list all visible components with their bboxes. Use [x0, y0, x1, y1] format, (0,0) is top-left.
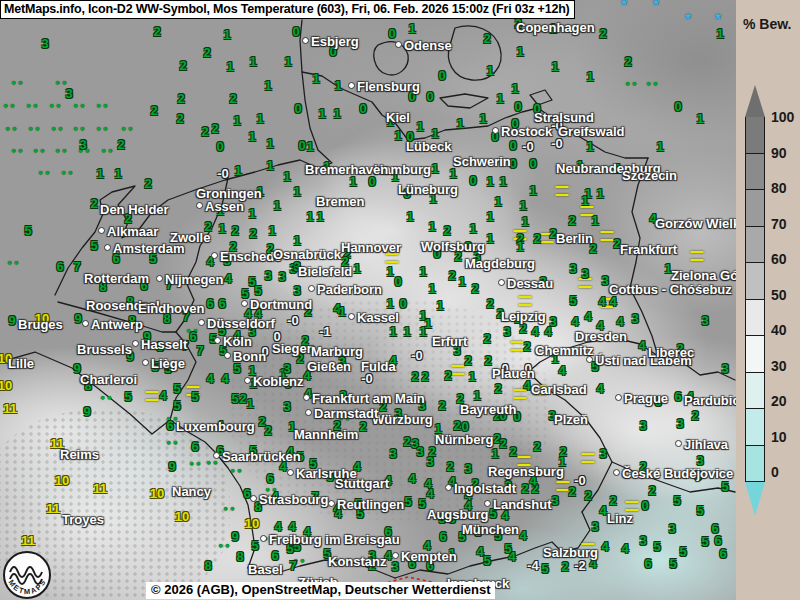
temp-value: 1 — [318, 106, 325, 121]
temp-value: 1 — [386, 296, 393, 311]
temp-value: 4 — [408, 471, 415, 486]
city-label: Plzeň — [554, 412, 588, 427]
legend-tick-label: 80 — [771, 180, 787, 196]
city-marker-icon — [613, 469, 620, 476]
city-marker-icon — [303, 394, 310, 401]
city-label: Schwerin — [453, 154, 511, 169]
temp-value: 5 — [254, 283, 261, 298]
temp-value: 2 — [584, 488, 591, 503]
city-label: Greifswald — [558, 124, 624, 139]
city-label: Gorzów Wielkopolski — [655, 216, 737, 231]
legend-tick-label: 100 — [771, 109, 794, 125]
temp-value: 2 — [443, 223, 450, 238]
temp-value: 10 — [0, 378, 12, 393]
temp-value: 0 — [509, 138, 516, 153]
city-label: Eindhoven — [138, 301, 204, 316]
temp-value: 7 — [289, 558, 296, 573]
temp-value: 3 — [416, 444, 423, 459]
city-marker-icon — [302, 37, 309, 44]
legend-segment — [745, 154, 765, 191]
city-marker-icon — [287, 469, 294, 476]
temp-value: 1 — [394, 128, 401, 143]
city-marker-icon — [492, 127, 499, 134]
drizzle-icon: ●● — [96, 124, 110, 133]
temp-value: 9 — [74, 311, 81, 326]
temp-value: 5 — [679, 544, 686, 559]
temp-value: 3 — [551, 493, 558, 508]
temp-value: 0 — [529, 156, 536, 171]
city-marker-icon — [224, 352, 231, 359]
temp-value: 1 — [486, 209, 493, 224]
snow-icon: * — [685, 10, 692, 30]
city-marker-icon — [82, 320, 89, 327]
haze-icon — [511, 341, 524, 351]
city-label: Charleroi — [80, 372, 137, 387]
city-label: Assen — [196, 199, 244, 214]
city-label: Rotterdam — [84, 271, 149, 286]
temp-value: 2 — [464, 353, 471, 368]
city-marker-icon — [586, 356, 593, 363]
city-label: Hannover — [341, 240, 401, 255]
temp-value: 1 — [283, 169, 290, 184]
temp-value: 2 — [483, 331, 490, 346]
city-label: Bielefeld — [298, 264, 352, 279]
temp-value: 5 — [673, 493, 680, 508]
haze-icon — [601, 231, 614, 241]
city-label: Augsburg — [427, 507, 488, 522]
temp-value: 1 — [486, 63, 493, 78]
temp-value: 2 — [203, 45, 210, 60]
temp-value: 1 — [428, 219, 435, 234]
temp-value: 4 — [571, 314, 578, 329]
temp-value: 11 — [46, 501, 60, 516]
temp-value: 3 — [701, 313, 708, 328]
temp-value: 1 — [696, 111, 703, 126]
legend-segment — [745, 263, 765, 300]
temp-value: 9 — [231, 529, 238, 544]
temp-value: 8 — [204, 558, 211, 573]
map-canvas[interactable]: ●●●●●●●●●●●●●●●●●●●●●●●●●●●●●●●●●●●●●●●●… — [0, 0, 737, 600]
drizzle-icon: ●● — [96, 101, 110, 110]
temp-value: 1 — [293, 233, 300, 248]
temp-value: 1 — [233, 113, 240, 128]
temp-value: 5 — [24, 223, 31, 238]
temp-value: 6 — [719, 546, 726, 561]
legend-tick-label: 50 — [771, 287, 787, 303]
temp-value: 1 — [486, 231, 493, 246]
temp-value: 1 — [226, 59, 233, 74]
drizzle-icon: ●● — [5, 124, 19, 133]
city-label: Rostock — [492, 124, 552, 139]
temp-value: 1 — [306, 209, 313, 224]
city-label: Brussels — [77, 342, 132, 357]
temp-value: 5 — [124, 389, 131, 404]
haze-icon — [691, 251, 704, 261]
haze-icon — [146, 391, 159, 401]
temp-value: 1 — [581, 193, 588, 208]
city-label: Lille — [8, 356, 34, 371]
city-label: Enschede — [211, 249, 281, 264]
temp-value: 2 — [484, 353, 491, 368]
temp-value: -0 — [287, 313, 299, 328]
haze-icon — [582, 453, 595, 463]
temp-value: 2 — [117, 137, 124, 152]
city-label: Gießen — [307, 359, 351, 374]
temp-value: 2 — [411, 369, 418, 384]
legend-segment — [745, 409, 765, 446]
temp-value: 2 — [201, 124, 208, 139]
haze-icon — [556, 186, 569, 196]
city-label: Kassel — [348, 310, 399, 325]
legend-segment — [745, 117, 765, 154]
city-label: Düsseldorf — [198, 316, 275, 331]
temp-value: 1 — [406, 209, 413, 224]
temp-value: -0 — [411, 348, 423, 363]
temp-value: 2 — [533, 439, 540, 454]
city-label: Osnabrück — [273, 247, 341, 262]
temp-value: 4 — [224, 271, 231, 286]
temp-value: 1 — [234, 163, 241, 178]
temp-value: 9 — [83, 404, 90, 419]
temp-value: 3 — [65, 86, 72, 101]
city-label: Liberec — [648, 345, 694, 360]
legend-segment — [745, 446, 765, 483]
drizzle-icon: ●● — [26, 101, 40, 110]
city-label: Würzburg — [372, 412, 433, 427]
temp-value: 2 — [486, 296, 493, 311]
